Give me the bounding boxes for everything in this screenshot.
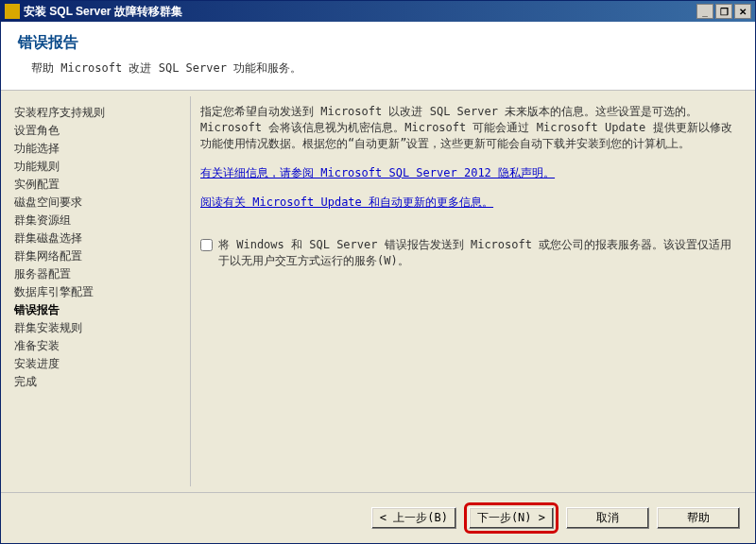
- close-button[interactable]: ✕: [734, 4, 751, 19]
- sidebar-item[interactable]: 服务器配置: [14, 265, 190, 283]
- window-title: 安装 SQL Server 故障转移群集: [24, 4, 182, 20]
- sidebar-item[interactable]: 功能规则: [14, 158, 190, 176]
- sidebar-item[interactable]: 群集资源组: [14, 212, 190, 230]
- help-button[interactable]: 帮助: [657, 507, 740, 529]
- sidebar: 安装程序支持规则 设置角色 功能选择 功能规则 实例配置 磁盘空间要求 群集资源…: [1, 91, 190, 492]
- sidebar-item[interactable]: 安装程序支持规则: [14, 104, 190, 122]
- error-report-option: 将 Windows 和 SQL Server 错误报告发送到 Microsoft…: [200, 237, 738, 269]
- titlebar: 安装 SQL Server 故障转移群集 _ ❐ ✕: [1, 1, 755, 22]
- sidebar-item[interactable]: 群集安装规则: [14, 319, 190, 337]
- sidebar-item[interactable]: 设置角色: [14, 122, 190, 140]
- footer-buttons: < 上一步(B) 下一步(N) > 取消 帮助: [1, 492, 755, 543]
- sidebar-item[interactable]: 准备安装: [14, 337, 190, 355]
- sidebar-item[interactable]: 完成: [14, 373, 190, 391]
- sidebar-item[interactable]: 功能选择: [14, 140, 190, 158]
- privacy-link[interactable]: 有关详细信息，请参阅 Microsoft SQL Server 2012 隐私声…: [200, 166, 555, 179]
- sidebar-item-active[interactable]: 错误报告: [14, 301, 190, 319]
- installer-window: 安装 SQL Server 故障转移群集 _ ❐ ✕ 错误报告 帮助 Micro…: [0, 0, 756, 544]
- maximize-button[interactable]: ❐: [715, 4, 732, 19]
- next-button-highlight: 下一步(N) >: [464, 502, 558, 534]
- update-info-link[interactable]: 阅读有关 Microsoft Update 和自动更新的更多信息。: [200, 196, 493, 209]
- back-button[interactable]: < 上一步(B): [371, 507, 456, 529]
- sidebar-item[interactable]: 磁盘空间要求: [14, 194, 190, 212]
- page-header: 错误报告 帮助 Microsoft 改进 SQL Server 功能和服务。: [1, 22, 755, 91]
- sidebar-item[interactable]: 数据库引擎配置: [14, 283, 190, 301]
- sidebar-item[interactable]: 安装进度: [14, 355, 190, 373]
- checkbox-label: 将 Windows 和 SQL Server 错误报告发送到 Microsoft…: [218, 237, 738, 269]
- description-text: 指定您希望自动发送到 Microsoft 以改进 SQL Server 未来版本…: [200, 104, 738, 152]
- content-pane: 指定您希望自动发送到 Microsoft 以改进 SQL Server 未来版本…: [191, 91, 755, 492]
- minimize-button[interactable]: _: [696, 4, 713, 19]
- error-report-checkbox[interactable]: [200, 239, 213, 251]
- page-title: 错误报告: [18, 33, 738, 53]
- next-button[interactable]: 下一步(N) >: [469, 507, 554, 529]
- app-icon: [5, 4, 20, 19]
- sidebar-item[interactable]: 实例配置: [14, 176, 190, 194]
- page-subtitle: 帮助 Microsoft 改进 SQL Server 功能和服务。: [18, 60, 738, 76]
- cancel-button[interactable]: 取消: [566, 507, 649, 529]
- sidebar-item[interactable]: 群集网络配置: [14, 247, 190, 265]
- main-body: 安装程序支持规则 设置角色 功能选择 功能规则 实例配置 磁盘空间要求 群集资源…: [1, 91, 755, 492]
- sidebar-item[interactable]: 群集磁盘选择: [14, 230, 190, 247]
